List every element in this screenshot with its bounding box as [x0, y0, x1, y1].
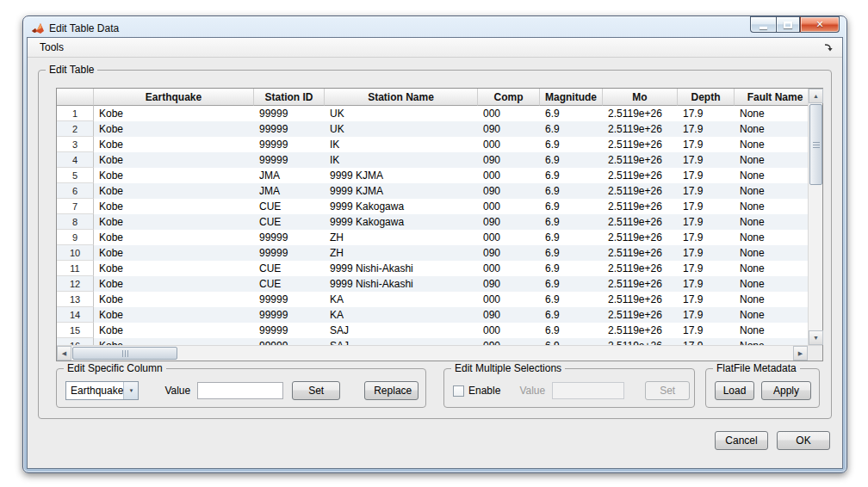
table-cell[interactable]: 6.9: [540, 214, 603, 230]
table-cell[interactable]: Kobe: [94, 230, 254, 245]
scroll-down-icon[interactable]: ▼: [809, 330, 823, 345]
table-cell[interactable]: ZH: [325, 245, 478, 261]
table-cell[interactable]: 9999 Kakogawa: [325, 199, 478, 214]
table-cell[interactable]: 2.5119e+26: [603, 106, 678, 121]
row-number[interactable]: 7: [57, 199, 94, 214]
table-cell[interactable]: 000: [478, 137, 540, 152]
table-cell[interactable]: 000: [478, 106, 540, 121]
horizontal-scroll-thumb[interactable]: [72, 347, 177, 360]
table-cell[interactable]: 17.9: [678, 307, 735, 323]
table-cell[interactable]: IK: [325, 137, 478, 152]
table-cell[interactable]: None: [735, 152, 808, 168]
table-cell[interactable]: None: [735, 292, 808, 307]
scroll-up-icon[interactable]: ▲: [809, 89, 823, 103]
table-cell[interactable]: UK: [325, 106, 478, 121]
table-cell[interactable]: 2.5119e+26: [603, 121, 678, 137]
table-cell[interactable]: 090: [478, 121, 540, 137]
table-cell[interactable]: 17.9: [678, 323, 735, 338]
row-number[interactable]: 8: [57, 214, 94, 230]
table-cell[interactable]: Kobe: [94, 338, 254, 345]
table-cell[interactable]: 000: [478, 168, 540, 183]
table-cell[interactable]: 17.9: [678, 152, 735, 168]
table-cell[interactable]: Kobe: [94, 199, 254, 214]
column-select-dropdown[interactable]: Earthquake ▼: [65, 381, 139, 400]
menubar-detach-icon[interactable]: [823, 42, 835, 52]
column-header-earthquake[interactable]: Earthquake: [94, 89, 254, 106]
table-cell[interactable]: 090: [478, 338, 540, 345]
table-cell[interactable]: Kobe: [94, 261, 254, 276]
apply-button[interactable]: Apply: [761, 381, 811, 400]
table-cell[interactable]: 9999 KJMA: [325, 183, 478, 199]
row-number[interactable]: 4: [57, 152, 94, 168]
menu-tools[interactable]: Tools: [34, 40, 69, 55]
table-cell[interactable]: None: [735, 323, 808, 338]
table-cell[interactable]: 17.9: [678, 106, 735, 121]
row-number[interactable]: 9: [57, 230, 94, 245]
table-cell[interactable]: Kobe: [94, 137, 254, 152]
table-cell[interactable]: 2.5119e+26: [603, 230, 678, 245]
table-cell[interactable]: 17.9: [678, 199, 735, 214]
table-cell[interactable]: CUE: [254, 276, 325, 292]
table-cell[interactable]: 6.9: [540, 307, 603, 323]
table-cell[interactable]: 000: [478, 323, 540, 338]
table-cell[interactable]: 090: [478, 307, 540, 323]
table-cell[interactable]: 99999: [254, 152, 325, 168]
column-header-mo[interactable]: Mo: [603, 89, 678, 106]
table-cell[interactable]: None: [735, 307, 808, 323]
table-cell[interactable]: None: [735, 199, 808, 214]
table-cell[interactable]: 17.9: [678, 230, 735, 245]
table-cell[interactable]: 6.9: [540, 338, 603, 345]
table-cell[interactable]: 6.9: [540, 152, 603, 168]
table-cell[interactable]: CUE: [254, 261, 325, 276]
set-button[interactable]: Set: [292, 381, 340, 400]
scroll-left-icon[interactable]: ◀: [57, 346, 71, 361]
row-number[interactable]: 6: [57, 183, 94, 199]
table-cell[interactable]: 6.9: [540, 292, 603, 307]
table-cell[interactable]: Kobe: [94, 168, 254, 183]
table-cell[interactable]: 99999: [254, 292, 325, 307]
table-cell[interactable]: KA: [325, 307, 478, 323]
table-cell[interactable]: Kobe: [94, 106, 254, 121]
row-number[interactable]: 14: [57, 307, 94, 323]
table-cell[interactable]: 17.9: [678, 338, 735, 345]
table-cell[interactable]: Kobe: [94, 245, 254, 261]
table-cell[interactable]: 6.9: [540, 245, 603, 261]
table-cell[interactable]: 2.5119e+26: [603, 199, 678, 214]
row-number[interactable]: 2: [57, 121, 94, 137]
vertical-scrollbar[interactable]: ▲ ▼: [808, 89, 822, 345]
table-cell[interactable]: IK: [325, 152, 478, 168]
table-cell[interactable]: 17.9: [678, 168, 735, 183]
table-cell[interactable]: 17.9: [678, 214, 735, 230]
table-cell[interactable]: 090: [478, 183, 540, 199]
table-cell[interactable]: 6.9: [540, 137, 603, 152]
row-number[interactable]: 13: [57, 292, 94, 307]
table-cell[interactable]: 17.9: [678, 245, 735, 261]
table-cell[interactable]: 9999 Kakogawa: [325, 214, 478, 230]
column-header-fault-name[interactable]: Fault Name: [735, 89, 808, 106]
cancel-button[interactable]: Cancel: [715, 431, 768, 450]
table-cell[interactable]: Kobe: [94, 214, 254, 230]
table-cell[interactable]: Kobe: [94, 183, 254, 199]
corner-header[interactable]: [57, 89, 94, 106]
table-cell[interactable]: CUE: [254, 199, 325, 214]
table-cell[interactable]: 9999 KJMA: [325, 168, 478, 183]
table-cell[interactable]: JMA: [254, 168, 325, 183]
table-cell[interactable]: 2.5119e+26: [603, 276, 678, 292]
row-number[interactable]: 1: [57, 106, 94, 121]
table-cell[interactable]: 99999: [254, 137, 325, 152]
scroll-right-icon[interactable]: ▶: [793, 346, 808, 361]
table-cell[interactable]: Kobe: [94, 292, 254, 307]
table-cell[interactable]: 2.5119e+26: [603, 168, 678, 183]
table-cell[interactable]: 2.5119e+26: [603, 261, 678, 276]
table-cell[interactable]: 000: [478, 292, 540, 307]
table-cell[interactable]: 2.5119e+26: [603, 183, 678, 199]
table-cell[interactable]: UK: [325, 121, 478, 137]
table-cell[interactable]: 2.5119e+26: [603, 137, 678, 152]
table-cell[interactable]: Kobe: [94, 152, 254, 168]
table-cell[interactable]: 2.5119e+26: [603, 292, 678, 307]
table-cell[interactable]: 17.9: [678, 261, 735, 276]
vertical-scroll-thumb[interactable]: [809, 104, 822, 185]
table-cell[interactable]: ZH: [325, 230, 478, 245]
table-cell[interactable]: JMA: [254, 183, 325, 199]
table-cell[interactable]: 2.5119e+26: [603, 338, 678, 345]
